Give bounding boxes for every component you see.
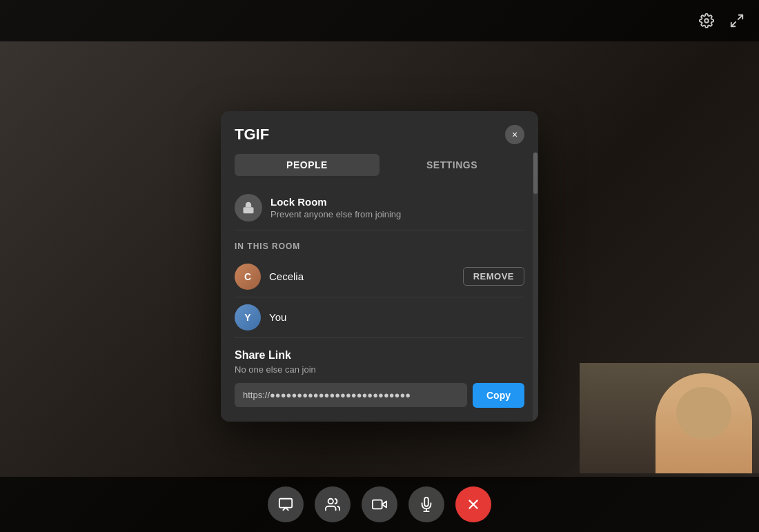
lock-room-subtitle: Prevent anyone else from joining — [270, 209, 516, 219]
modal-overlay: TGIF × PEOPLE SETTINGS Lock Room Prevent — [0, 0, 759, 532]
participant-name-you: You — [269, 311, 524, 323]
remove-cecelia-button[interactable]: REMOVE — [463, 267, 524, 286]
lock-room-row: Lock Room Prevent anyone else from joini… — [235, 186, 524, 230]
share-link-section: Share Link No one else can join Copy — [235, 338, 524, 408]
participant-row: C Cecelia REMOVE — [235, 257, 524, 297]
share-link-title: Share Link — [235, 349, 524, 362]
modal-header: TGIF × — [221, 111, 538, 144]
scroll-track — [533, 152, 538, 422]
share-link-row: Copy — [235, 383, 524, 408]
modal-title: TGIF — [235, 126, 269, 144]
tab-people[interactable]: PEOPLE — [235, 154, 379, 176]
svg-rect-3 — [244, 207, 254, 213]
modal-dialog: TGIF × PEOPLE SETTINGS Lock Room Prevent — [221, 111, 538, 422]
copy-button[interactable]: Copy — [473, 383, 524, 408]
lock-room-title: Lock Room — [270, 196, 516, 208]
lock-icon — [235, 194, 262, 221]
avatar-you: Y — [235, 304, 261, 331]
participant-row-you: Y You — [235, 297, 524, 338]
modal-tabs: PEOPLE SETTINGS — [221, 144, 538, 186]
modal-content: Lock Room Prevent anyone else from joini… — [221, 186, 538, 422]
close-button[interactable]: × — [505, 125, 524, 144]
participant-name-cecelia: Cecelia — [269, 270, 455, 282]
scroll-thumb — [533, 152, 538, 194]
lock-text: Lock Room Prevent anyone else from joini… — [270, 196, 516, 219]
share-link-subtitle: No one else can join — [235, 364, 524, 375]
tab-settings[interactable]: SETTINGS — [379, 154, 524, 176]
avatar-cecelia: C — [235, 264, 261, 290]
in-this-room-label: IN THIS ROOM — [235, 230, 524, 257]
share-link-input[interactable] — [235, 383, 467, 407]
